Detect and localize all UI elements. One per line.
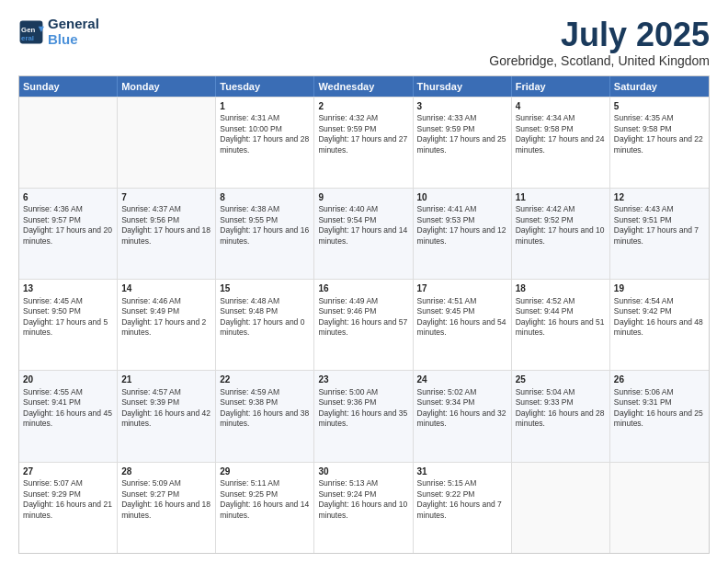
sunset-text: Sunset: 9:59 PM bbox=[318, 124, 408, 134]
sunrise-text: Sunrise: 5:11 AM bbox=[220, 478, 310, 488]
calendar-day-15: 15Sunrise: 4:48 AMSunset: 9:48 PMDayligh… bbox=[216, 280, 314, 370]
sunrise-text: Sunrise: 5:15 AM bbox=[417, 478, 507, 488]
calendar-day-25: 25Sunrise: 5:04 AMSunset: 9:33 PMDayligh… bbox=[512, 371, 610, 461]
daylight-text: Daylight: 16 hours and 14 minutes. bbox=[220, 500, 310, 521]
calendar-day-16: 16Sunrise: 4:49 AMSunset: 9:46 PMDayligh… bbox=[314, 280, 413, 370]
day-number: 14 bbox=[121, 282, 211, 295]
sunrise-text: Sunrise: 5:09 AM bbox=[121, 478, 211, 488]
calendar-day-5: 5Sunrise: 4:35 AMSunset: 9:58 PMDaylight… bbox=[610, 98, 709, 188]
sunrise-text: Sunrise: 4:35 AM bbox=[614, 113, 705, 123]
calendar-day-14: 14Sunrise: 4:46 AMSunset: 9:49 PMDayligh… bbox=[118, 280, 216, 370]
calendar-day-23: 23Sunrise: 5:00 AMSunset: 9:36 PMDayligh… bbox=[314, 371, 413, 461]
daylight-text: Daylight: 17 hours and 16 minutes. bbox=[220, 225, 310, 247]
sunset-text: Sunset: 9:41 PM bbox=[23, 397, 113, 408]
day-number: 1 bbox=[220, 100, 310, 113]
header-day-monday: Monday bbox=[118, 76, 216, 97]
day-number: 9 bbox=[318, 191, 408, 204]
day-number: 17 bbox=[417, 282, 507, 295]
daylight-text: Daylight: 16 hours and 10 minutes. bbox=[318, 500, 408, 521]
day-number: 19 bbox=[614, 282, 705, 295]
calendar-day-19: 19Sunrise: 4:54 AMSunset: 9:42 PMDayligh… bbox=[610, 280, 709, 370]
calendar-day-17: 17Sunrise: 4:51 AMSunset: 9:45 PMDayligh… bbox=[414, 280, 512, 370]
calendar-day-22: 22Sunrise: 4:59 AMSunset: 9:38 PMDayligh… bbox=[216, 371, 314, 461]
day-number: 31 bbox=[417, 465, 507, 478]
header-day-thursday: Thursday bbox=[414, 76, 512, 97]
calendar-day-12: 12Sunrise: 4:43 AMSunset: 9:51 PMDayligh… bbox=[610, 189, 709, 279]
sunset-text: Sunset: 9:36 PM bbox=[318, 397, 408, 408]
daylight-text: Daylight: 17 hours and 28 minutes. bbox=[220, 134, 310, 155]
sunrise-text: Sunrise: 5:13 AM bbox=[318, 478, 408, 488]
sunset-text: Sunset: 9:22 PM bbox=[417, 489, 507, 500]
calendar-body: 1Sunrise: 4:31 AMSunset: 10:00 PMDayligh… bbox=[19, 97, 709, 553]
daylight-text: Daylight: 16 hours and 21 minutes. bbox=[23, 500, 113, 521]
daylight-text: Daylight: 16 hours and 25 minutes. bbox=[614, 408, 705, 430]
day-number: 5 bbox=[614, 100, 705, 113]
sunset-text: Sunset: 9:24 PM bbox=[318, 489, 408, 500]
calendar-day-7: 7Sunrise: 4:37 AMSunset: 9:56 PMDaylight… bbox=[118, 189, 216, 279]
daylight-text: Daylight: 17 hours and 12 minutes. bbox=[417, 225, 507, 247]
sunset-text: Sunset: 9:27 PM bbox=[121, 489, 211, 500]
sunset-text: Sunset: 9:44 PM bbox=[516, 306, 606, 316]
sunset-text: Sunset: 9:51 PM bbox=[614, 215, 705, 225]
sunset-text: Sunset: 9:33 PM bbox=[516, 397, 606, 408]
sunset-text: Sunset: 9:53 PM bbox=[417, 215, 507, 225]
calendar-day-4: 4Sunrise: 4:34 AMSunset: 9:58 PMDaylight… bbox=[512, 98, 610, 188]
sunrise-text: Sunrise: 4:52 AM bbox=[516, 296, 606, 306]
sunset-text: Sunset: 9:55 PM bbox=[220, 215, 310, 225]
logo-text: General Blue bbox=[48, 17, 99, 47]
daylight-text: Daylight: 17 hours and 7 minutes. bbox=[614, 225, 705, 247]
sunrise-text: Sunrise: 4:48 AM bbox=[220, 296, 310, 306]
sunrise-text: Sunrise: 4:54 AM bbox=[614, 296, 705, 306]
sunrise-text: Sunrise: 4:45 AM bbox=[23, 296, 113, 306]
calendar-day-18: 18Sunrise: 4:52 AMSunset: 9:44 PMDayligh… bbox=[512, 280, 610, 370]
sunrise-text: Sunrise: 4:36 AM bbox=[23, 204, 113, 214]
day-number: 15 bbox=[220, 282, 310, 295]
sunset-text: Sunset: 9:50 PM bbox=[23, 306, 113, 316]
day-number: 16 bbox=[318, 282, 408, 295]
daylight-text: Daylight: 16 hours and 45 minutes. bbox=[23, 408, 113, 430]
logo-icon: Gen eral bbox=[18, 19, 44, 45]
sunrise-text: Sunrise: 5:00 AM bbox=[318, 387, 408, 397]
calendar-day-24: 24Sunrise: 5:02 AMSunset: 9:34 PMDayligh… bbox=[414, 371, 512, 461]
svg-text:Gen: Gen bbox=[21, 26, 35, 34]
day-number: 20 bbox=[23, 373, 113, 386]
sunrise-text: Sunrise: 4:31 AM bbox=[220, 113, 310, 123]
sunrise-text: Sunrise: 4:57 AM bbox=[121, 387, 211, 397]
sunset-text: Sunset: 9:52 PM bbox=[516, 215, 606, 225]
sunset-text: Sunset: 9:46 PM bbox=[318, 306, 408, 316]
sunrise-text: Sunrise: 4:42 AM bbox=[516, 204, 606, 214]
day-number: 6 bbox=[23, 191, 113, 204]
daylight-text: Daylight: 17 hours and 27 minutes. bbox=[318, 134, 408, 155]
calendar-row-3: 13Sunrise: 4:45 AMSunset: 9:50 PMDayligh… bbox=[19, 279, 709, 370]
sunrise-text: Sunrise: 4:40 AM bbox=[318, 204, 408, 214]
daylight-text: Daylight: 17 hours and 25 minutes. bbox=[417, 134, 507, 155]
sunrise-text: Sunrise: 5:06 AM bbox=[614, 387, 705, 397]
header: Gen eral General Blue July 2025 Gorebrid… bbox=[18, 17, 710, 68]
daylight-text: Daylight: 16 hours and 38 minutes. bbox=[220, 408, 310, 430]
calendar-day-26: 26Sunrise: 5:06 AMSunset: 9:31 PMDayligh… bbox=[610, 371, 709, 461]
sunrise-text: Sunrise: 4:38 AM bbox=[220, 204, 310, 214]
calendar-row-2: 6Sunrise: 4:36 AMSunset: 9:57 PMDaylight… bbox=[19, 188, 709, 279]
daylight-text: Daylight: 17 hours and 2 minutes. bbox=[121, 317, 211, 339]
calendar-day-28: 28Sunrise: 5:09 AMSunset: 9:27 PMDayligh… bbox=[118, 463, 216, 553]
sunrise-text: Sunrise: 4:55 AM bbox=[23, 387, 113, 397]
header-day-saturday: Saturday bbox=[610, 76, 709, 97]
sunset-text: Sunset: 9:57 PM bbox=[23, 215, 113, 225]
sunset-text: Sunset: 9:31 PM bbox=[614, 397, 705, 408]
calendar-day-9: 9Sunrise: 4:40 AMSunset: 9:54 PMDaylight… bbox=[314, 189, 413, 279]
sunset-text: Sunset: 9:45 PM bbox=[417, 306, 507, 316]
daylight-text: Daylight: 16 hours and 51 minutes. bbox=[516, 317, 606, 339]
calendar-day-11: 11Sunrise: 4:42 AMSunset: 9:52 PMDayligh… bbox=[512, 189, 610, 279]
daylight-text: Daylight: 17 hours and 18 minutes. bbox=[121, 225, 211, 247]
daylight-text: Daylight: 16 hours and 42 minutes. bbox=[121, 408, 211, 430]
header-day-tuesday: Tuesday bbox=[216, 76, 314, 97]
sunrise-text: Sunrise: 5:04 AM bbox=[516, 387, 606, 397]
day-number: 11 bbox=[516, 191, 606, 204]
calendar-day-1: 1Sunrise: 4:31 AMSunset: 10:00 PMDayligh… bbox=[216, 98, 314, 188]
calendar-day-20: 20Sunrise: 4:55 AMSunset: 9:41 PMDayligh… bbox=[19, 371, 118, 461]
title-area: July 2025 Gorebridge, Scotland, United K… bbox=[489, 17, 710, 68]
sunrise-text: Sunrise: 4:51 AM bbox=[417, 296, 507, 306]
sunrise-text: Sunrise: 4:34 AM bbox=[516, 113, 606, 123]
calendar-day-30: 30Sunrise: 5:13 AMSunset: 9:24 PMDayligh… bbox=[314, 463, 413, 553]
day-number: 22 bbox=[220, 373, 310, 386]
